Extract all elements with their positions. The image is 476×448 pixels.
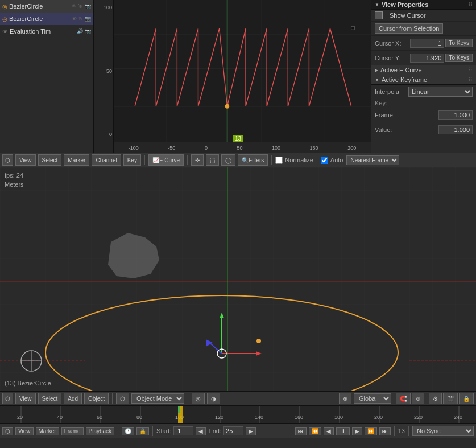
auto-checkbox[interactable] xyxy=(321,157,328,164)
svg-text:140: 140 xyxy=(255,414,263,420)
x-label-200: 200 xyxy=(347,145,356,151)
y-label-50: 50 xyxy=(95,68,112,74)
transform-space-select[interactable]: Global Local Normal xyxy=(354,393,391,404)
properties-panel: ▼ View Properties ⠿ Show Cursor Cursor f… xyxy=(371,0,476,154)
outliner-icons-0: 👁 🖱 📷 xyxy=(72,3,91,9)
skip-start-btn[interactable]: ⏮ xyxy=(295,427,307,435)
select-menu-btn[interactable]: Select xyxy=(38,154,62,166)
frame-value[interactable]: 1.000 xyxy=(438,110,473,120)
value-label: Value: xyxy=(375,126,438,133)
view-btn[interactable]: View xyxy=(15,393,36,404)
filter-btn[interactable]: 🔍 Filters xyxy=(238,154,268,166)
outliner-item-2[interactable]: 👁 Evaluation Tim 🔊 📷 xyxy=(0,25,93,38)
interpolation-row: Interpola Linear Constant Bezier xyxy=(371,85,476,98)
svg-text:80: 80 xyxy=(136,414,142,420)
timeline-view-btn[interactable]: View xyxy=(15,427,34,435)
cursor-y-value[interactable]: 1.920 xyxy=(410,54,444,63)
timeline-playback-btn[interactable]: Playback xyxy=(86,427,115,435)
cursor-y-tokeys-btn[interactable]: To Keys xyxy=(445,54,473,62)
svg-text:160: 160 xyxy=(295,414,303,420)
view-persp-btn[interactable]: ◎ xyxy=(192,393,205,404)
value-row: Value: 1.000 xyxy=(371,122,476,137)
timeline-frame-btn[interactable]: Frame xyxy=(61,427,84,435)
outliner-item-0[interactable]: ◎ BezierCircle 👁 🖱 📷 xyxy=(0,0,93,13)
current-frame-display: 13 xyxy=(398,428,405,434)
object-btn[interactable]: Object xyxy=(84,393,109,404)
snap-toggle[interactable]: 🧲 xyxy=(396,393,411,404)
svg-text:180: 180 xyxy=(334,414,343,420)
viewport-type-btn[interactable]: ⬡ xyxy=(2,393,13,404)
svg-point-25 xyxy=(256,339,261,343)
end-label: End: xyxy=(208,428,221,434)
timeline-controls: ⬡ View Marker Frame Playback 🕐 🔒 Start: … xyxy=(0,424,476,438)
skip-end-btn[interactable]: ⏭ xyxy=(379,427,391,435)
svg-text:60: 60 xyxy=(97,414,102,420)
fcurve-mode-btn[interactable]: 📈 F-Curve xyxy=(148,154,184,166)
select-box-btn[interactable]: ⬚ xyxy=(206,154,219,166)
channel-menu-btn[interactable]: Channel xyxy=(92,154,121,166)
svg-text:200: 200 xyxy=(374,414,383,420)
timeline-marker-btn[interactable]: Marker xyxy=(36,427,59,435)
outliner-label-0: BezierCircle xyxy=(9,3,43,10)
render-btn[interactable]: 🎬 xyxy=(443,393,458,404)
y-label-100: 100 xyxy=(95,5,112,10)
editor-type-btn[interactable]: ⬡ xyxy=(2,154,13,166)
curve-icon-0: ◎ xyxy=(2,3,7,10)
cursor-x-value[interactable]: 1 xyxy=(410,39,444,48)
select-circle-btn[interactable]: ◯ xyxy=(221,154,235,166)
viewport-3d[interactable]: X Z Y fps: 24 Meters (13) BezierCircle xyxy=(0,167,476,391)
cursor-btn[interactable]: ✛ xyxy=(191,154,204,166)
clock-icon-btn[interactable]: 🕐 xyxy=(122,427,134,435)
viewport-shading-btn[interactable]: ◑ xyxy=(207,393,220,404)
svg-rect-62 xyxy=(178,406,183,423)
next-end-btn[interactable]: ▶ xyxy=(246,427,256,435)
viewport-units: Meters xyxy=(5,181,24,188)
interpolation-select[interactable]: Linear Constant Bezier xyxy=(408,87,473,97)
pause-btn[interactable]: ⏸ xyxy=(336,427,350,435)
object-mode-select[interactable]: Object Mode Edit Mode Sculpt Mode xyxy=(131,393,184,404)
key-section-label: Key: xyxy=(371,98,476,108)
lock-btn[interactable]: 🔒 xyxy=(459,393,474,404)
render-icon-btn[interactable]: ⬡ xyxy=(116,393,129,404)
fcurve-main[interactable]: 13 xyxy=(114,0,371,142)
cursor-from-selection-btn[interactable]: Cursor from Selection xyxy=(375,23,443,34)
render-settings-btn[interactable]: ⚙ xyxy=(429,393,442,404)
view-menu-btn[interactable]: View xyxy=(15,154,36,166)
play-reverse-btn[interactable]: ◀ xyxy=(324,427,334,435)
cursor-x-tokeys-btn[interactable]: To Keys xyxy=(445,39,473,47)
end-frame-input[interactable] xyxy=(223,426,243,435)
snap-controls: 🧲 ⊙ xyxy=(396,393,424,404)
prev-start-btn[interactable]: ◀ xyxy=(196,427,206,435)
lock-timeline-btn[interactable]: 🔒 xyxy=(136,427,149,435)
key-menu-btn[interactable]: Key xyxy=(123,154,141,166)
select-btn[interactable]: Select xyxy=(38,393,62,404)
marker-menu-btn[interactable]: Marker xyxy=(64,154,89,166)
timeline-track[interactable]: 20 40 60 80 100 120 140 160 180 200 220 … xyxy=(0,406,476,424)
outliner-panel: ◎ BezierCircle 👁 🖱 📷 ◎ BezierCircle 👁 🖱 … xyxy=(0,0,94,154)
cursor-y-label: Cursor Y: xyxy=(375,55,410,61)
pivot-btn[interactable]: ⊕ xyxy=(339,393,351,404)
start-frame-input[interactable] xyxy=(173,426,193,435)
cursor-x-row: Cursor X: 1 To Keys xyxy=(371,36,476,51)
proportional-btn[interactable]: ⊙ xyxy=(412,393,424,404)
add-btn[interactable]: Add xyxy=(64,393,82,404)
creature-mesh xyxy=(105,233,162,278)
sep3 xyxy=(271,155,272,165)
value-value[interactable]: 1.000 xyxy=(438,125,473,134)
outliner-item-1[interactable]: ◎ BezierCircle 👁 🖱 📷 xyxy=(0,13,93,25)
timeline-panel: 20 40 60 80 100 120 140 160 180 200 220 … xyxy=(0,406,476,448)
svg-marker-21 xyxy=(220,313,224,318)
normalize-checkbox[interactable] xyxy=(275,157,283,164)
prev-frame-btn[interactable]: ⏪ xyxy=(309,427,321,435)
svg-line-22 xyxy=(208,341,222,354)
play-btn[interactable]: ▶ xyxy=(352,427,362,435)
outliner-label-1: BezierCircle xyxy=(9,15,43,22)
normalize-label: Normalize xyxy=(285,157,313,163)
viewport-object-label: (13) BezierCircle xyxy=(5,380,51,387)
fcurve-grip: ⠿ xyxy=(469,67,473,73)
sync-mode-select[interactable]: No Sync Frame Dropping Av-sync xyxy=(412,426,474,436)
timeline-editor-type[interactable]: ⬡ xyxy=(2,427,13,435)
show-cursor-checkbox[interactable] xyxy=(375,11,383,19)
next-frame-btn[interactable]: ⏩ xyxy=(365,427,377,435)
snap-mode-select[interactable]: Nearest Frame Frame Second Marker xyxy=(346,155,399,165)
